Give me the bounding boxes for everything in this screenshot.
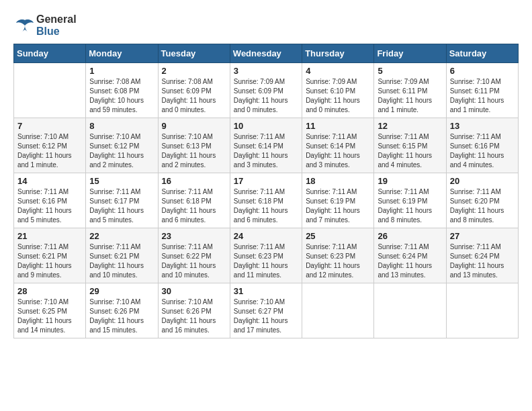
day-info: Sunrise: 7:10 AMSunset: 6:27 PMDaylight:… <box>234 298 298 335</box>
day-info: Sunrise: 7:08 AMSunset: 6:09 PMDaylight:… <box>162 77 226 115</box>
day-info: Sunrise: 7:10 AMSunset: 6:25 PMDaylight:… <box>17 298 82 335</box>
calendar-cell: 8Sunrise: 7:10 AMSunset: 6:12 PMDaylight… <box>86 118 158 173</box>
day-number: 29 <box>89 286 154 296</box>
day-info: Sunrise: 7:11 AMSunset: 6:21 PMDaylight:… <box>17 242 82 280</box>
days-header-row: SundayMondayTuesdayWednesdayThursdayFrid… <box>14 44 519 63</box>
calendar-cell <box>374 283 446 338</box>
day-info: Sunrise: 7:11 AMSunset: 6:16 PMDaylight:… <box>450 132 515 170</box>
day-number: 31 <box>234 286 298 296</box>
day-info: Sunrise: 7:11 AMSunset: 6:15 PMDaylight:… <box>378 132 442 170</box>
calendar-cell: 15Sunrise: 7:11 AMSunset: 6:17 PMDayligh… <box>86 173 158 228</box>
day-number: 14 <box>17 176 82 186</box>
header-day-tuesday: Tuesday <box>158 44 230 63</box>
calendar-cell: 31Sunrise: 7:10 AMSunset: 6:27 PMDayligh… <box>230 283 302 338</box>
calendar-cell: 29Sunrise: 7:10 AMSunset: 6:26 PMDayligh… <box>86 283 158 338</box>
calendar-cell: 27Sunrise: 7:11 AMSunset: 6:24 PMDayligh… <box>446 228 518 283</box>
day-number: 16 <box>162 176 226 186</box>
logo-blue: Blue <box>36 26 77 38</box>
calendar-cell: 6Sunrise: 7:10 AMSunset: 6:11 PMDaylight… <box>446 63 518 118</box>
day-number: 28 <box>17 286 82 296</box>
day-info: Sunrise: 7:11 AMSunset: 6:22 PMDaylight:… <box>162 242 226 280</box>
day-info: Sunrise: 7:11 AMSunset: 6:14 PMDaylight:… <box>234 132 298 170</box>
calendar-table: SundayMondayTuesdayWednesdayThursdayFrid… <box>13 44 519 338</box>
day-number: 12 <box>378 121 442 131</box>
day-number: 26 <box>378 231 442 241</box>
day-number: 18 <box>306 176 370 186</box>
calendar-cell: 22Sunrise: 7:11 AMSunset: 6:21 PMDayligh… <box>86 228 158 283</box>
day-number: 9 <box>162 121 226 131</box>
day-info: Sunrise: 7:11 AMSunset: 6:23 PMDaylight:… <box>306 242 370 280</box>
day-number: 17 <box>234 176 298 186</box>
calendar-cell: 3Sunrise: 7:09 AMSunset: 6:09 PMDaylight… <box>230 63 302 118</box>
day-info: Sunrise: 7:10 AMSunset: 6:12 PMDaylight:… <box>89 132 154 170</box>
calendar-cell: 10Sunrise: 7:11 AMSunset: 6:14 PMDayligh… <box>230 118 302 173</box>
header-day-friday: Friday <box>374 44 446 63</box>
day-info: Sunrise: 7:09 AMSunset: 6:11 PMDaylight:… <box>378 77 442 115</box>
day-number: 2 <box>162 66 226 76</box>
day-number: 10 <box>234 121 298 131</box>
day-number: 7 <box>17 121 82 131</box>
day-number: 1 <box>89 66 154 76</box>
day-info: Sunrise: 7:11 AMSunset: 6:17 PMDaylight:… <box>89 187 154 225</box>
calendar-cell: 18Sunrise: 7:11 AMSunset: 6:19 PMDayligh… <box>302 173 374 228</box>
day-number: 23 <box>162 231 226 241</box>
calendar-cell: 21Sunrise: 7:11 AMSunset: 6:21 PMDayligh… <box>14 228 86 283</box>
calendar-cell: 16Sunrise: 7:11 AMSunset: 6:18 PMDayligh… <box>158 173 230 228</box>
calendar-cell: 9Sunrise: 7:10 AMSunset: 6:13 PMDaylight… <box>158 118 230 173</box>
day-number: 6 <box>450 66 515 76</box>
day-info: Sunrise: 7:10 AMSunset: 6:26 PMDaylight:… <box>162 298 226 335</box>
week-row-5: 28Sunrise: 7:10 AMSunset: 6:25 PMDayligh… <box>14 283 519 338</box>
day-number: 3 <box>234 66 298 76</box>
calendar-cell: 23Sunrise: 7:11 AMSunset: 6:22 PMDayligh… <box>158 228 230 283</box>
logo: General Blue <box>13 13 77 37</box>
calendar-cell: 26Sunrise: 7:11 AMSunset: 6:24 PMDayligh… <box>374 228 446 283</box>
day-info: Sunrise: 7:11 AMSunset: 6:16 PMDaylight:… <box>17 187 82 225</box>
calendar-cell: 19Sunrise: 7:11 AMSunset: 6:19 PMDayligh… <box>374 173 446 228</box>
day-info: Sunrise: 7:11 AMSunset: 6:14 PMDaylight:… <box>306 132 370 170</box>
page-header: General Blue <box>13 13 519 37</box>
day-number: 30 <box>162 286 226 296</box>
week-row-2: 7Sunrise: 7:10 AMSunset: 6:12 PMDaylight… <box>14 118 519 173</box>
calendar-cell <box>446 283 518 338</box>
logo-general: General <box>36 13 77 26</box>
calendar-cell: 7Sunrise: 7:10 AMSunset: 6:12 PMDaylight… <box>14 118 86 173</box>
day-info: Sunrise: 7:11 AMSunset: 6:19 PMDaylight:… <box>306 187 370 225</box>
day-info: Sunrise: 7:10 AMSunset: 6:12 PMDaylight:… <box>17 132 82 170</box>
logo-bird-icon <box>15 17 35 34</box>
header-day-wednesday: Wednesday <box>230 44 302 63</box>
calendar-cell <box>14 63 86 118</box>
header-day-saturday: Saturday <box>446 44 518 63</box>
day-info: Sunrise: 7:09 AMSunset: 6:10 PMDaylight:… <box>306 77 370 115</box>
header-day-sunday: Sunday <box>14 44 86 63</box>
week-row-4: 21Sunrise: 7:11 AMSunset: 6:21 PMDayligh… <box>14 228 519 283</box>
calendar-cell: 2Sunrise: 7:08 AMSunset: 6:09 PMDaylight… <box>158 63 230 118</box>
day-number: 13 <box>450 121 515 131</box>
day-info: Sunrise: 7:11 AMSunset: 6:24 PMDaylight:… <box>378 242 442 280</box>
calendar-cell: 14Sunrise: 7:11 AMSunset: 6:16 PMDayligh… <box>14 173 86 228</box>
day-info: Sunrise: 7:09 AMSunset: 6:09 PMDaylight:… <box>234 77 298 115</box>
day-info: Sunrise: 7:10 AMSunset: 6:26 PMDaylight:… <box>89 298 154 335</box>
day-number: 21 <box>17 231 82 241</box>
day-number: 15 <box>89 176 154 186</box>
calendar-cell: 12Sunrise: 7:11 AMSunset: 6:15 PMDayligh… <box>374 118 446 173</box>
calendar-cell: 11Sunrise: 7:11 AMSunset: 6:14 PMDayligh… <box>302 118 374 173</box>
day-info: Sunrise: 7:11 AMSunset: 6:18 PMDaylight:… <box>234 187 298 225</box>
day-number: 8 <box>89 121 154 131</box>
calendar-cell: 25Sunrise: 7:11 AMSunset: 6:23 PMDayligh… <box>302 228 374 283</box>
day-number: 25 <box>306 231 370 241</box>
calendar-cell <box>302 283 374 338</box>
calendar-cell: 4Sunrise: 7:09 AMSunset: 6:10 PMDaylight… <box>302 63 374 118</box>
week-row-1: 1Sunrise: 7:08 AMSunset: 6:08 PMDaylight… <box>14 63 519 118</box>
day-info: Sunrise: 7:10 AMSunset: 6:13 PMDaylight:… <box>162 132 226 170</box>
day-info: Sunrise: 7:11 AMSunset: 6:21 PMDaylight:… <box>89 242 154 280</box>
day-info: Sunrise: 7:10 AMSunset: 6:11 PMDaylight:… <box>450 77 515 115</box>
calendar-cell: 13Sunrise: 7:11 AMSunset: 6:16 PMDayligh… <box>446 118 518 173</box>
day-number: 19 <box>378 176 442 186</box>
calendar-cell: 1Sunrise: 7:08 AMSunset: 6:08 PMDaylight… <box>86 63 158 118</box>
day-number: 5 <box>378 66 442 76</box>
day-info: Sunrise: 7:11 AMSunset: 6:19 PMDaylight:… <box>378 187 442 225</box>
header-day-monday: Monday <box>86 44 158 63</box>
calendar-cell: 28Sunrise: 7:10 AMSunset: 6:25 PMDayligh… <box>14 283 86 338</box>
day-info: Sunrise: 7:11 AMSunset: 6:18 PMDaylight:… <box>162 187 226 225</box>
calendar-cell: 17Sunrise: 7:11 AMSunset: 6:18 PMDayligh… <box>230 173 302 228</box>
